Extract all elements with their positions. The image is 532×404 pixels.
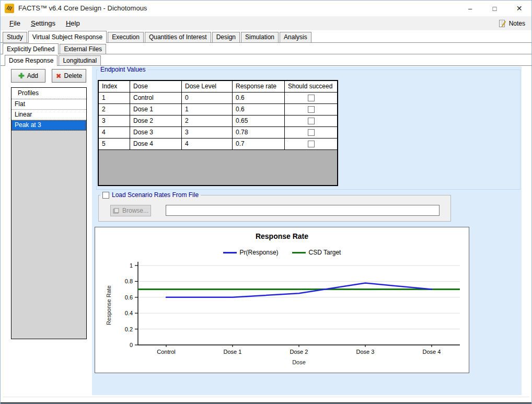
cell-dose-1[interactable]: Control	[130, 93, 182, 104]
menu-settings[interactable]: Settings	[26, 16, 61, 30]
cell-index-4: 4	[99, 127, 130, 138]
load-scenario-label: Load Scenario Rates From File	[112, 191, 199, 199]
profile-item-flat[interactable]: Flat	[11, 99, 86, 110]
cell-dose-level-4[interactable]: 3	[182, 127, 233, 138]
folder-icon	[113, 208, 120, 214]
titlebar: FACTS™ v6.4 Core Design - Dichotomous – …	[1, 1, 531, 16]
cell-response-rate-1[interactable]: 0.6	[233, 93, 285, 104]
cell-response-rate-5[interactable]: 0.7	[233, 138, 285, 150]
subtab-external-files[interactable]: External Files	[60, 44, 106, 54]
delete-button-label: Delete	[64, 72, 83, 79]
cell-index-2: 2	[99, 104, 130, 116]
profile-item-peak-at-3[interactable]: Peak at 3	[11, 120, 86, 131]
browse-button-label: Browse...	[122, 207, 148, 214]
profiles-header: Profiles	[11, 88, 86, 99]
app-window: FACTS™ v6.4 Core Design - Dichotomous – …	[0, 0, 532, 404]
tab-execution[interactable]: Execution	[108, 32, 144, 42]
menu-file[interactable]: File	[4, 16, 26, 30]
notes-icon	[498, 19, 506, 28]
legend-label: CSD Target	[309, 249, 341, 256]
cell-index-5: 5	[99, 138, 130, 150]
svg-text:0.6: 0.6	[125, 294, 133, 301]
load-scenario-group: Load Scenario Rates From File Browse...	[98, 191, 451, 222]
should-succeed-checkbox-1[interactable]	[308, 95, 315, 101]
cell-dose-2[interactable]: Dose 1	[130, 104, 182, 116]
table-row: 2Dose 110.6	[99, 104, 337, 116]
svg-text:Control: Control	[157, 349, 175, 355]
red-x-icon: ✖	[56, 72, 62, 80]
menu-help[interactable]: Help	[61, 16, 85, 30]
chart-title: Response Rate	[95, 232, 469, 240]
response-rate-chart: Response Rate Pr(Response)CSD Target 00.…	[95, 227, 469, 373]
cell-dose-3[interactable]: Dose 2	[130, 116, 182, 127]
minimize-button[interactable]: –	[458, 1, 482, 16]
cell-dose-level-5[interactable]: 4	[182, 138, 233, 150]
cell-dose-level-1[interactable]: 0	[182, 93, 233, 104]
maximize-button[interactable]: □	[482, 1, 507, 16]
chart-svg: 00.20.40.60.81ControlDose 1Dose 2Dose 3D…	[95, 258, 470, 372]
should-succeed-checkbox-5[interactable]	[308, 141, 315, 147]
cell-dose-4[interactable]: Dose 3	[130, 127, 182, 138]
subsubtab-longitudinal[interactable]: Longitudinal	[59, 55, 101, 65]
add-button-label: Add	[27, 72, 38, 79]
svg-text:Response Rate: Response Rate	[106, 285, 112, 325]
profiles-items: FlatLinearPeak at 3	[11, 99, 86, 131]
level3-tabs: Dose ResponseLongitudinal	[1, 54, 532, 66]
svg-text:1: 1	[130, 262, 133, 269]
tab-study[interactable]: Study	[3, 32, 27, 42]
cell-should-succeed-1	[285, 93, 337, 104]
cell-should-succeed-2	[285, 104, 337, 116]
subtab-explicitly-defined[interactable]: Explicitly Defined	[3, 43, 59, 54]
svg-text:0.4: 0.4	[125, 310, 133, 316]
cell-dose-level-2[interactable]: 1	[182, 104, 233, 116]
level2-tabs: Explicitly DefinedExternal Files	[1, 43, 532, 54]
tab-simulation[interactable]: Simulation	[241, 32, 279, 42]
table-row: 1Control00.6	[99, 93, 337, 104]
profiles-listbox[interactable]: Profiles FlatLinearPeak at 3	[11, 87, 87, 339]
bottom-divider	[3, 397, 529, 397]
svg-text:0.2: 0.2	[125, 326, 133, 332]
svg-text:Dose 4: Dose 4	[423, 349, 441, 355]
cell-response-rate-2[interactable]: 0.6	[233, 104, 285, 116]
should-succeed-checkbox-4[interactable]	[308, 129, 315, 136]
should-succeed-checkbox-2[interactable]	[308, 106, 315, 113]
column-header-dose-level: Dose Level	[182, 81, 233, 93]
column-header-should-succeed: Should succeed	[285, 81, 337, 93]
delete-button[interactable]: ✖ Delete	[52, 69, 86, 83]
browse-button[interactable]: Browse...	[110, 205, 151, 216]
cell-response-rate-4[interactable]: 0.78	[233, 127, 285, 138]
cell-should-succeed-3	[285, 116, 337, 127]
scenario-file-input[interactable]	[166, 205, 440, 216]
table-row: 5Dose 440.7	[99, 138, 337, 150]
tab-quantities-of-interest[interactable]: Quantities of Interest	[145, 32, 211, 42]
notes-label: Notes	[509, 20, 525, 27]
maximize-icon: □	[493, 5, 497, 13]
svg-text:Dose 1: Dose 1	[224, 349, 242, 355]
cell-dose-level-3[interactable]: 2	[182, 116, 233, 127]
main-tabs: StudyVirtual Subject ResponseExecutionQu…	[1, 30, 532, 43]
should-succeed-checkbox-3[interactable]	[308, 118, 315, 124]
table-row: 3Dose 220.65	[99, 116, 337, 127]
tab-virtual-subject-response[interactable]: Virtual Subject Response	[28, 31, 107, 43]
minimize-icon: –	[468, 5, 472, 13]
taskbar-edge	[1, 402, 531, 403]
profile-item-linear[interactable]: Linear	[11, 110, 86, 120]
subsubtab-dose-response[interactable]: Dose Response	[5, 55, 57, 66]
svg-text:0: 0	[130, 342, 133, 348]
notes-button[interactable]: Notes	[496, 17, 527, 30]
svg-text:0.8: 0.8	[125, 278, 133, 284]
svg-text:Dose 3: Dose 3	[356, 349, 375, 355]
plus-icon: ✚	[18, 72, 25, 80]
legend-pr-response-: Pr(Response)	[223, 249, 279, 256]
cell-index-3: 3	[99, 116, 130, 127]
close-button[interactable]: ✕	[507, 1, 531, 16]
endpoint-values-legend: Endpoint Values	[98, 66, 148, 73]
menubar: FileSettingsHelp Notes	[1, 16, 531, 31]
cell-dose-5[interactable]: Dose 4	[130, 138, 182, 150]
tab-analysis[interactable]: Analysis	[280, 32, 311, 42]
load-scenario-checkbox[interactable]	[102, 192, 109, 199]
cell-should-succeed-4	[285, 127, 337, 138]
add-button[interactable]: ✚ Add	[11, 69, 45, 83]
tab-design[interactable]: Design	[212, 32, 240, 42]
cell-response-rate-3[interactable]: 0.65	[233, 116, 285, 127]
